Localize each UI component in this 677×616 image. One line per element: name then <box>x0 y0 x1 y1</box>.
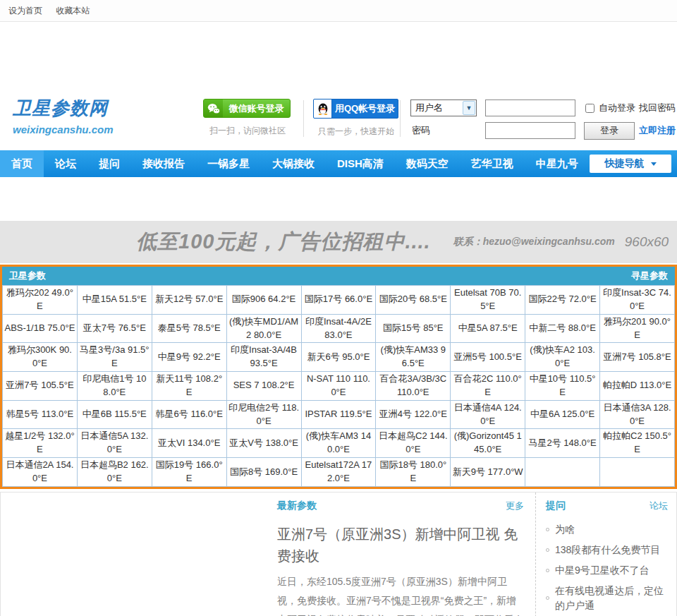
satellite-cell[interactable]: 帕拉帕D 113.0°E <box>600 372 675 401</box>
ad-banner[interactable]: 低至100元起，广告位招租中.... 联系：hezuo@weixingcanhs… <box>0 221 677 263</box>
username-input[interactable] <box>485 99 575 116</box>
nav-item-3[interactable]: 接收报告 <box>131 150 196 177</box>
satellite-cell[interactable]: 亚太V号 138.0°E <box>226 429 301 458</box>
satellite-cell[interactable]: 马星2号 148.0°E <box>525 429 600 458</box>
satellite-cell[interactable]: 越星1/2号 132.0°E <box>3 429 78 458</box>
chevron-down-icon <box>651 162 657 166</box>
finding-params-link[interactable]: 寻星参数 <box>631 270 668 282</box>
satellite-cell[interactable]: 印尼电信1号 108.0°E <box>77 372 152 401</box>
username-type-select[interactable]: 用户名 ▼ <box>410 99 477 116</box>
satellite-cell[interactable]: 亚洲7号 105.5°E <box>3 372 78 401</box>
satellite-cell[interactable]: 日本通信4A 124.0°E <box>451 400 525 429</box>
satellite-cell[interactable]: Eutelsat 70B 70.5°E <box>451 286 525 315</box>
nav-item-1[interactable]: 论坛 <box>44 150 87 177</box>
nav-item-2[interactable]: 提问 <box>87 150 131 177</box>
satellite-cell[interactable]: 泰星5号 78.5°E <box>152 314 226 343</box>
wechat-login-button[interactable]: 微信账号登录 <box>203 99 291 118</box>
question-link[interactable]: 138段都有什么免费节目 <box>555 543 660 557</box>
satellite-cell[interactable]: 中星10号 110.5°E <box>525 372 600 401</box>
login-button[interactable]: 登录 <box>584 122 635 140</box>
satellite-cell[interactable]: 亚洲7号 105.8°E <box>600 343 675 372</box>
satellite-cell[interactable]: 日本超鸟C2 144.0°E <box>376 429 451 458</box>
satellite-cell[interactable]: 日本超鸟B2 162.0°E <box>77 458 152 487</box>
nav-item-0[interactable]: 首页 <box>0 150 44 177</box>
nav-item-8[interactable]: 艺华卫视 <box>460 150 525 177</box>
satellite-cell[interactable]: 印度Insat-3A/4B 93.5°E <box>226 343 301 372</box>
set-home-link[interactable]: 设为首页 <box>8 6 42 16</box>
satellite-cell[interactable]: 中新二号 88.0°E <box>525 314 600 343</box>
satellite-cell[interactable]: 亚太VI 134.0°E <box>152 429 226 458</box>
satellite-cell[interactable]: 新天12号 57.0°E <box>152 286 226 315</box>
satellite-cell[interactable]: 日本通信2A 154.0°E <box>3 458 78 487</box>
satellite-cell[interactable]: 雅玛尔201 90.0°E <box>600 314 675 343</box>
nav-item-6[interactable]: DISH高清 <box>326 150 395 177</box>
satellite-cell[interactable]: (俄)快车AM33 96.5°E <box>376 343 451 372</box>
find-password-link[interactable]: 找回密码 <box>639 102 676 114</box>
more-link[interactable]: 更多 <box>506 500 524 512</box>
article-title-link[interactable]: 亚洲7号（原亚洲3S）新增中阿卫视 免费接收 <box>277 524 524 567</box>
satellite-cell[interactable]: (俄)快车MD1/AM2 80.0°E <box>226 314 301 343</box>
satellite-cell[interactable]: 国际17号 66.0°E <box>301 286 376 315</box>
site-header: 卫星参数网 weixingcanshu.com 微信账号登录 扫一扫，访问微社区 <box>0 90 677 148</box>
question-link[interactable]: 为啥 <box>555 522 575 537</box>
auto-login-checkbox[interactable] <box>585 104 594 113</box>
site-logo[interactable]: 卫星参数网 weixingcanshu.com <box>13 96 114 135</box>
satellite-cell[interactable]: (俄)快车AM3 140.0°E <box>301 429 376 458</box>
satellite-cell[interactable]: 国际8号 169.0°E <box>226 458 301 487</box>
add-favorite-link[interactable]: 收藏本站 <box>56 6 90 16</box>
table-row: 雅玛尔202 49.0°E中星15A 51.5°E新天12号 57.0°E国际9… <box>3 286 675 315</box>
nav-item-5[interactable]: 大锅接收 <box>261 150 326 177</box>
nav-item-4[interactable]: 一锅多星 <box>196 150 261 177</box>
nav-item-7[interactable]: 数码天空 <box>395 150 460 177</box>
qq-login-button[interactable]: 用QQ帐号登录 <box>313 99 398 119</box>
satellite-cell[interactable]: 印度Insat-3C 74.0°E <box>600 286 675 315</box>
satellite-cell[interactable]: 新天6号 95.0°E <box>301 343 376 372</box>
satellite-cell[interactable]: 雅玛尔300K 90.0°E <box>3 343 78 372</box>
satellite-cell[interactable]: 新天11号 108.2°E <box>152 372 226 401</box>
password-input[interactable] <box>485 122 575 139</box>
satellite-cell[interactable]: 国际906 64.2°E <box>226 286 301 315</box>
satellite-cell[interactable]: N-SAT 110 110.0°E <box>301 372 376 401</box>
satellite-cell[interactable]: 国际22号 72.0°E <box>525 286 600 315</box>
nav-item-9[interactable]: 中星九号 <box>525 150 590 177</box>
satellite-cell[interactable]: 印度Insat-4A/2E 83.0°E <box>301 314 376 343</box>
satellite-cell[interactable]: (俄)Gorizont45 145.0°E <box>451 429 525 458</box>
satellite-cell[interactable]: 国际20号 68.5°E <box>376 286 451 315</box>
satellite-cell[interactable]: 百合花3A/3B/3C 110.0°E <box>376 372 451 401</box>
satellite-cell[interactable]: 马星3号/3a 91.5°E <box>77 343 152 372</box>
list-item: 在有线电视通达后，定位的户户通 <box>546 584 668 613</box>
satellite-cell[interactable]: (俄)快车A2 103.0°E <box>525 343 600 372</box>
satellite-cell[interactable]: 雅玛尔202 49.0°E <box>3 286 78 315</box>
satellite-cell[interactable]: 中星5A 87.5°E <box>451 314 525 343</box>
satellite-cell[interactable]: 国际15号 85°E <box>376 314 451 343</box>
satellite-cell[interactable]: 亚洲4号 122.0°E <box>376 400 451 429</box>
satellite-cell[interactable]: ABS-1/1B 75.0°E <box>3 314 78 343</box>
satellite-cell[interactable]: 帕拉帕C2 150.5°E <box>600 429 675 458</box>
satellite-cell[interactable]: 国际18号 180.0°E <box>376 458 451 487</box>
satellite-cell[interactable]: 日本通信3A 128.0°E <box>600 400 675 429</box>
satellite-cell[interactable]: 亚太7号 76.5°E <box>77 314 152 343</box>
satellite-cell[interactable]: 中星6A 125.0°E <box>525 400 600 429</box>
satellite-cell[interactable]: 印尼电信2号 118.0°E <box>226 400 301 429</box>
satellite-cell[interactable]: 日本通信5A 132.0°E <box>77 429 152 458</box>
question-link[interactable]: 在有线电视通达后，定位的户户通 <box>555 584 668 613</box>
satellite-cell[interactable]: 韩星5号 113.0°E <box>3 400 78 429</box>
satellite-cell[interactable]: 中星15A 51.5°E <box>77 286 152 315</box>
register-link[interactable]: 立即注册 <box>639 124 676 137</box>
satellite-cell[interactable]: 国际19号 166.0°E <box>152 458 226 487</box>
quick-nav-button[interactable]: 快捷导航 <box>590 155 671 173</box>
forum-link[interactable]: 论坛 <box>649 500 668 512</box>
satellite-cell[interactable]: IPSTAR 119.5°E <box>301 400 376 429</box>
satellite-cell[interactable]: 韩星6号 116.0°E <box>152 400 226 429</box>
satellite-params-title[interactable]: 卫星参数 <box>9 270 46 282</box>
table-row: 亚洲7号 105.5°E印尼电信1号 108.0°E新天11号 108.2°ES… <box>3 372 675 401</box>
question-link[interactable]: 中星9号卫星收不了台 <box>555 563 649 578</box>
satellite-cell[interactable]: 中星9号 92.2°E <box>152 343 226 372</box>
satellite-cell[interactable]: 百合花2C 110.0°E <box>451 372 525 401</box>
satellite-cell[interactable]: SES 7 108.2°E <box>226 372 301 401</box>
satellite-cell[interactable]: Eutelsat172A 172.0°E <box>301 458 376 487</box>
satellite-cell[interactable]: 亚洲5号 100.5°E <box>451 343 525 372</box>
satellite-cell[interactable]: 新天9号 177.0°W <box>451 458 525 487</box>
article-summary: 近日，东经105.5度亚洲7号（原亚洲3S）新增中阿卫视，免费接收。亚洲7号不愧… <box>277 572 524 616</box>
satellite-cell[interactable]: 中星6B 115.5°E <box>77 400 152 429</box>
